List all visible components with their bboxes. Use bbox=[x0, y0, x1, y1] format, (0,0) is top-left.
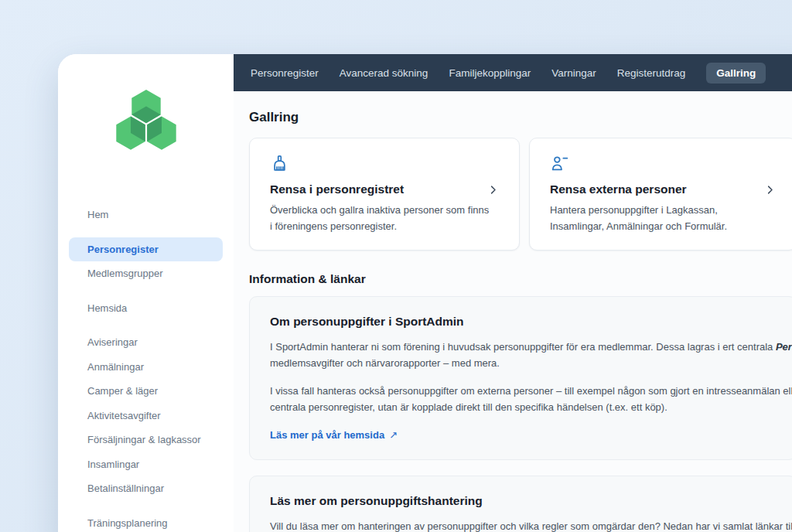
tab-familjekopplingar[interactable]: Familjekopplingar bbox=[449, 67, 531, 79]
person-remove-icon bbox=[550, 154, 569, 173]
chevron-right-icon bbox=[487, 184, 499, 196]
tab-gallring[interactable]: Gallring bbox=[706, 63, 766, 84]
tab-registerutdrag[interactable]: Registerutdrag bbox=[617, 67, 686, 79]
sidebar-item-aviseringar[interactable]: Aviseringar bbox=[69, 330, 223, 355]
tab-varningar[interactable]: Varningar bbox=[551, 67, 596, 79]
info-paragraph: I SportAdmin hanterar ni som förening i … bbox=[270, 339, 776, 371]
info-card-title: Läs mer om personuppgiftshantering bbox=[270, 494, 776, 508]
card-description: Överblicka och gallra inaktiva personer … bbox=[270, 202, 499, 234]
info-card-title: Om personuppgifter i SportAdmin bbox=[270, 315, 776, 329]
broom-icon bbox=[270, 154, 289, 173]
card-title: Rensa i personregistret bbox=[270, 182, 404, 196]
tab-avancerad-sokning[interactable]: Avancerad sökning bbox=[340, 67, 428, 79]
tab-personregister[interactable]: Personregister bbox=[251, 67, 319, 79]
card-title: Rensa externa personer bbox=[550, 182, 687, 196]
sidebar-item-hem[interactable]: Hem bbox=[69, 203, 223, 227]
external-link-icon: ↗ bbox=[389, 429, 398, 441]
sidebar-item-insamlingar[interactable]: Insamlingar bbox=[69, 452, 223, 477]
card-rensa-i-personregistret[interactable]: Rensa i personregistret Överblicka och g… bbox=[249, 138, 520, 251]
app-window: Hem Personregister Medlemsgrupper Hemsid… bbox=[58, 54, 792, 532]
content-area: Gallring Rensa i personregistret Överbli… bbox=[234, 91, 792, 532]
sidebar-nav: Hem Personregister Medlemsgrupper Hemsid… bbox=[58, 203, 234, 532]
sidebar-item-betalinstallningar[interactable]: Betalinställningar bbox=[69, 476, 223, 501]
card-description: Hantera personuppgifter i Lagkassan, Ins… bbox=[550, 202, 776, 234]
sidebar-item-anmalningar[interactable]: Anmälningar bbox=[69, 355, 223, 380]
card-rensa-externa-personer[interactable]: Rensa externa personer Hantera personupp… bbox=[529, 138, 792, 251]
sidebar-item-hemsida[interactable]: Hemsida bbox=[69, 296, 223, 321]
top-navbar: Personregister Avancerad sökning Familje… bbox=[234, 54, 792, 91]
main-area: Personregister Avancerad sökning Familje… bbox=[234, 54, 792, 532]
sidebar-item-traningsplanering[interactable]: Träningsplanering bbox=[69, 511, 223, 532]
sidebar-item-medlemsgrupper[interactable]: Medlemsgrupper bbox=[69, 261, 223, 286]
info-paragraph: I vissa fall hanteras också personuppgif… bbox=[270, 383, 776, 415]
sidebar-item-aktivitetsavgifter[interactable]: Aktivitetsavgifter bbox=[69, 404, 223, 428]
info-card-om-personuppgifter: Om personuppgifter i SportAdmin I SportA… bbox=[249, 296, 792, 460]
sidebar: Hem Personregister Medlemsgrupper Hemsid… bbox=[58, 54, 234, 532]
chevron-right-icon bbox=[764, 184, 776, 196]
sidebar-item-personregister[interactable]: Personregister bbox=[69, 237, 223, 262]
sidebar-item-forsaljningar-lagkassor[interactable]: Försäljningar & lagkassor bbox=[69, 428, 223, 452]
sportadmin-logo-icon bbox=[111, 87, 181, 156]
info-card-personuppgiftshantering: Läs mer om personuppgiftshantering Vill … bbox=[249, 476, 792, 532]
info-section-title: Information & länkar bbox=[249, 272, 792, 286]
sidebar-item-camper-lager[interactable]: Camper & läger bbox=[69, 379, 223, 404]
info-paragraph: Vill du läsa mer om hanteringen av perso… bbox=[270, 518, 776, 532]
link-las-mer-pa-var-hemsida[interactable]: Läs mer på vår hemsida ↗ bbox=[270, 429, 398, 441]
action-cards-row: Rensa i personregistret Överblicka och g… bbox=[249, 138, 792, 251]
page-title: Gallring bbox=[249, 110, 792, 125]
